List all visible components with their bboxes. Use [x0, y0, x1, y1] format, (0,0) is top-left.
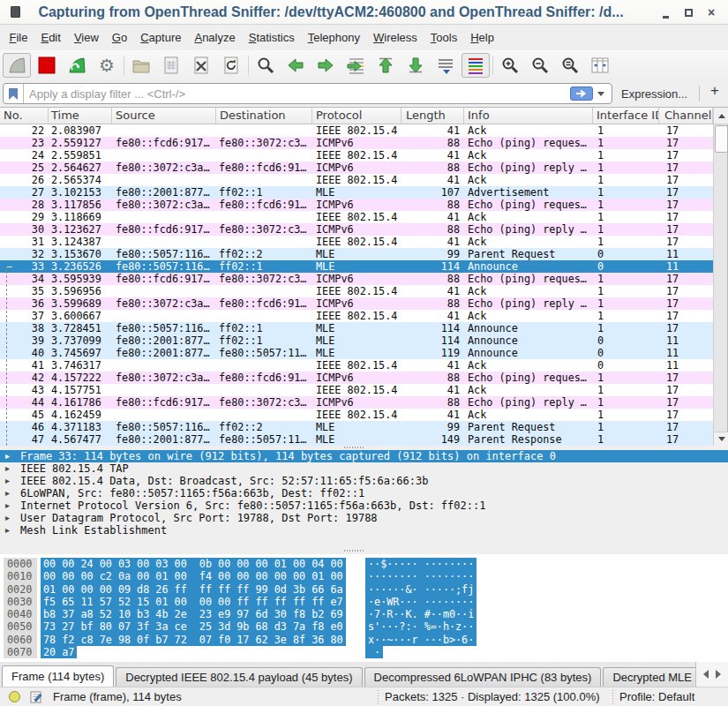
hex-ascii[interactable]: s'···?:· %=·h·z·· — [365, 620, 477, 633]
go-forward-button[interactable] — [311, 53, 340, 78]
detail-row-3[interactable]: ▸6LoWPAN, Src: fe80::5057:1165:f56a:663b… — [0, 487, 728, 499]
close-file-button[interactable] — [187, 53, 215, 78]
menu-telephony[interactable]: Telephony — [301, 27, 366, 48]
hex-bytes[interactable]: 00 00 24 00 03 00 03 00 0b 00 00 00 01 0… — [41, 558, 346, 570]
packet-row-30[interactable]: 303.123627fe80::fcd6:917…fe80::3072:c3…I… — [0, 223, 713, 236]
expand-arrow-icon[interactable]: ▸ — [5, 487, 10, 499]
menu-analyze[interactable]: Analyze — [188, 27, 242, 48]
scrollbar-thumb[interactable] — [715, 125, 728, 153]
detail-row-0[interactable]: ▸Frame 33: 114 bytes on wire (912 bits),… — [0, 450, 728, 462]
go-to-packet-button[interactable] — [341, 53, 370, 78]
maximize-button[interactable] — [677, 4, 700, 21]
packet-row-28[interactable]: 283.117856fe80::3072:c3a…fe80::fcd6:91…I… — [0, 199, 713, 211]
expand-arrow-icon[interactable]: ▸ — [5, 499, 10, 512]
close-button[interactable]: × — [700, 4, 723, 21]
zoom-in-button[interactable] — [496, 53, 524, 78]
hex-ascii[interactable]: · — [365, 646, 383, 658]
packet-row-43[interactable]: 434.157751IEEE 802.15.441Ack117 — [0, 384, 713, 396]
go-last-button[interactable] — [402, 53, 430, 78]
packet-row-38[interactable]: 383.728451fe80::5057:116…ff02::1MLE114An… — [0, 322, 713, 334]
expert-info-icon[interactable] — [9, 691, 20, 702]
expand-arrow-icon[interactable]: ▸ — [5, 524, 10, 537]
expression-button[interactable]: Expression... — [621, 87, 687, 101]
resize-columns-button[interactable] — [586, 53, 614, 78]
detail-row-2[interactable]: ▸IEEE 802.15.4 Data, Dst: Broadcast, Src… — [0, 475, 728, 487]
packet-row-45[interactable]: 454.162459IEEE 802.15.441Ack117 — [0, 409, 713, 421]
hex-ascii[interactable]: ······&· ·····;fj — [365, 583, 477, 596]
hex-ascii[interactable]: ·e·WR··· ········ — [365, 596, 477, 608]
reload-file-button[interactable] — [217, 53, 245, 78]
hex-bytes[interactable]: 78 f2 c8 7e 98 0f b7 72 07 f0 17 62 3e 8… — [41, 634, 346, 646]
detail-row-1[interactable]: ▸IEEE 802.15.4 TAP — [0, 462, 728, 475]
menu-file[interactable]: File — [3, 27, 34, 48]
tab-decrypted[interactable]: Decrypted MLE payload (74 bytes) — [603, 667, 695, 687]
hex-bytes[interactable]: 20 a7 — [41, 646, 77, 658]
capture-comment-icon[interactable] — [30, 691, 42, 703]
hex-bytes[interactable]: 00 00 00 c2 0a 00 01 00 f4 00 00 00 00 0… — [41, 570, 346, 582]
apply-filter-button[interactable] — [570, 86, 593, 101]
filter-dropdown-caret[interactable] — [597, 92, 604, 96]
packet-row-24[interactable]: 242.559851IEEE 802.15.441Ack117 — [0, 149, 713, 161]
tab-frame[interactable]: Frame (114 bytes) — [2, 665, 114, 687]
display-filter-input[interactable]: Apply a display filter ... <Ctrl-/> — [3, 83, 612, 104]
column-header-length[interactable]: Length — [402, 108, 464, 124]
auto-scroll-button[interactable] — [432, 53, 460, 78]
packet-row-27[interactable]: 273.102153fe80::2001:877…ff02::1MLE107Ad… — [0, 186, 713, 199]
packet-row-33[interactable]: 333.236526fe80::5057:116…ff02::1MLE114An… — [0, 260, 713, 273]
tab-decompressed[interactable]: Decompressed 6LoWPAN IPHC (83 bytes) — [364, 667, 602, 687]
hex-ascii[interactable]: ········ ········ — [365, 570, 477, 582]
expand-arrow-icon[interactable]: ▸ — [5, 462, 10, 475]
packet-row-46[interactable]: 464.371183fe80::5057:116…ff02::2MLE99Par… — [0, 421, 713, 433]
menu-go[interactable]: Go — [105, 27, 133, 48]
start-capture-button[interactable] — [3, 53, 31, 78]
hex-bytes[interactable]: b8 37 a8 52 10 b3 4b 2e 23 e9 97 6d 30 f… — [41, 608, 346, 620]
menu-statistics[interactable]: Statistics — [242, 27, 301, 48]
filter-bookmark-button[interactable] — [4, 84, 24, 103]
column-header-info[interactable]: Info — [464, 108, 593, 124]
packet-row-41[interactable]: 413.746317IEEE 802.15.441Ack011 — [0, 359, 713, 372]
packet-row-26[interactable]: 262.565374IEEE 802.15.441Ack117 — [0, 174, 713, 186]
hex-ascii[interactable]: ··$····· ········ — [365, 558, 477, 570]
packet-row-36[interactable]: 363.599689fe80::3072:c3a…fe80::fcd6:91…I… — [0, 297, 713, 310]
packet-row-32[interactable]: 323.153670fe80::5057:116…ff02::2MLE99Par… — [0, 248, 713, 260]
menu-help[interactable]: Help — [464, 27, 501, 48]
column-header-destination[interactable]: Destination — [216, 108, 312, 124]
packet-row-47[interactable]: 474.567477fe80::2001:877…fe80::5057:11…M… — [0, 433, 713, 446]
menu-capture[interactable]: Capture — [134, 27, 188, 48]
column-header-time[interactable]: Time — [49, 108, 112, 124]
open-file-button[interactable] — [127, 53, 155, 78]
menu-wireless[interactable]: Wireless — [367, 27, 424, 48]
colorize-button[interactable] — [462, 53, 490, 78]
packet-row-22[interactable]: 222.083907IEEE 802.15.441Ack117 — [0, 124, 713, 137]
detail-row-6[interactable]: ▸Mesh Link Establishment — [0, 524, 728, 537]
capture-options-button[interactable]: ⚙ — [93, 53, 121, 78]
go-back-button[interactable] — [281, 53, 310, 78]
hex-bytes[interactable]: 01 00 00 00 09 d8 26 ff ff ff ff 99 0d 3… — [41, 583, 346, 596]
column-header-source[interactable]: Source — [112, 108, 216, 124]
scrollbar-up-button[interactable] — [714, 108, 728, 124]
menu-edit[interactable]: Edit — [34, 27, 67, 48]
packet-row-42[interactable]: 424.157222fe80::3072:c3a…fe80::fcd6:91…I… — [0, 372, 713, 384]
packet-row-31[interactable]: 313.124387IEEE 802.15.441Ack117 — [0, 236, 713, 248]
packet-row-35[interactable]: 353.596956IEEE 802.15.441Ack117 — [0, 285, 713, 297]
scrollbar-down-button[interactable] — [714, 432, 728, 446]
column-header-interface-id[interactable]: Interface ID — [593, 108, 659, 124]
packet-row-29[interactable]: 293.118669IEEE 802.15.441Ack117 — [0, 211, 713, 223]
tab-scroll-left-button[interactable] — [703, 670, 709, 679]
pane-splitter-2[interactable] — [344, 550, 364, 552]
packet-row-39[interactable]: 393.737099fe80::2001:877…ff02::1MLE114An… — [0, 334, 713, 347]
packet-row-37[interactable]: 373.600667IEEE 802.15.441Ack117 — [0, 310, 713, 322]
expand-arrow-icon[interactable]: ▸ — [5, 475, 10, 487]
detail-row-5[interactable]: ▸User Datagram Protocol, Src Port: 19788… — [0, 512, 728, 524]
column-header-protocol[interactable]: Protocol — [312, 108, 402, 124]
add-filter-button[interactable]: + — [706, 82, 724, 100]
stop-capture-button[interactable] — [33, 53, 61, 78]
packet-row-23[interactable]: 232.559127fe80::fcd6:917…fe80::3072:c3…I… — [0, 137, 713, 149]
menu-tools[interactable]: Tools — [424, 27, 463, 48]
hex-bytes[interactable]: 73 27 bf 80 07 3f 3a ce 25 3d 9b 68 d3 7… — [41, 620, 346, 633]
hex-ascii[interactable]: ·7·R··K. #··m0··i — [365, 608, 477, 620]
detail-row-4[interactable]: ▸Internet Protocol Version 6, Src: fe80:… — [0, 499, 728, 512]
column-header-channel[interactable]: Channel — [659, 108, 713, 124]
hex-bytes[interactable]: f5 65 11 57 52 15 01 00 00 00 ff ff ff f… — [41, 596, 346, 608]
restart-capture-button[interactable] — [63, 53, 91, 78]
